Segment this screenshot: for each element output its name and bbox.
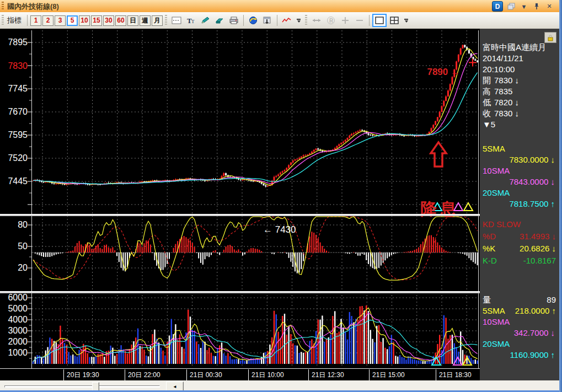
period-button-15[interactable]: 15 [91, 15, 102, 26]
volume-sma-value: 1160.9000 ↑ [483, 350, 556, 361]
volume-sma-row: 5SMA218.0000 ↑ [483, 305, 556, 316]
time-axis-label: 21日 10:00 [248, 369, 308, 380]
lock-button[interactable] [544, 32, 556, 43]
kd-title: KD SLOW [483, 218, 556, 230]
period-button-月[interactable]: 月 [152, 15, 163, 26]
toolbar: 指標 123510153060日週月 TTR [0, 12, 559, 29]
time-axis-label: 20日 19:30 [63, 369, 125, 380]
toolbar-grip-icon [305, 15, 307, 26]
price-axis-label: 7745 [1, 84, 28, 93]
period-button-週[interactable]: 週 [140, 15, 151, 26]
multi-pane-icon[interactable] [388, 14, 401, 26]
window-title: 國內外技術線(8) [7, 2, 59, 12]
single-pane-icon[interactable] [372, 14, 387, 27]
volume-block: 量 89 5SMA218.0000 ↑10SMA342.7000 ↓20SMA1… [483, 294, 556, 361]
period-button-3[interactable]: 3 [55, 15, 66, 26]
quote-date: 2014/11/21 [483, 53, 558, 64]
text-tool-icon[interactable]: TT [184, 14, 197, 26]
period-button-日[interactable]: 日 [127, 15, 138, 26]
volume-axis-label: 1000 [1, 348, 28, 357]
time-axis: 20日 19:3020日 22:0021日 00:3021日 10:0021日 … [0, 368, 480, 380]
period-button-5[interactable]: 5 [67, 15, 78, 26]
instrument-name: 富時中國A連續月 [483, 42, 558, 53]
pencil-icon[interactable] [199, 14, 212, 26]
price-axis-label: 7520 [1, 154, 28, 163]
toolbar-separator [243, 15, 244, 26]
period-button-60[interactable]: 60 [115, 15, 126, 26]
window-right-border [559, 0, 562, 392]
zoom-in-icon[interactable] [339, 14, 352, 26]
sma-label: 10SMA [483, 165, 556, 176]
price-axis-label: 7445 [1, 177, 28, 186]
printer-icon[interactable] [227, 14, 240, 26]
peak-price-annotation: 7890 → [415, 67, 460, 78]
quote-change: ▼5 [483, 119, 558, 130]
float-window-icon[interactable] [507, 2, 516, 11]
close-icon[interactable]: ✕ [545, 2, 554, 11]
app-d-icon: D [492, 1, 503, 12]
reset-r-icon[interactable]: R [324, 14, 338, 26]
ohlc-row: 高7835 [483, 86, 558, 97]
volume-sma-value: 342.7000 ↓ [483, 327, 556, 339]
chart-region: 7895783077457670759575207445805020600050… [0, 29, 480, 380]
ohlc-row: 低7820 ↓ [483, 97, 558, 108]
pin-icon[interactable] [532, 2, 541, 11]
volume-sma-label: 20SMA [483, 339, 556, 350]
zoom-out-icon[interactable] [353, 14, 366, 26]
volume-axis-label: 6000 [1, 293, 28, 302]
indicator-menu[interactable]: 指標 [7, 15, 22, 25]
period-button-10[interactable]: 10 [79, 15, 90, 26]
volume-axis-label: 4000 [1, 315, 28, 324]
time-axis-label: 21日 00:30 [186, 369, 248, 380]
kd-row: K-D-10.8167 [483, 255, 556, 267]
period-button-2[interactable]: 2 [42, 15, 53, 26]
refresh-globe-icon[interactable] [247, 14, 260, 26]
kd-row: %K20.6826 ↓ [483, 243, 556, 255]
dashed-line-icon[interactable] [170, 14, 183, 26]
time-axis-label: 21日 18:30 [436, 369, 479, 380]
period-button-30[interactable]: 30 [103, 15, 114, 26]
ohlc-row: 開7830 ↓ [483, 75, 558, 86]
price-sma-block: 5SMA7830.0000 ↓10SMA7843.0000 ↓20SMA7818… [483, 143, 556, 210]
sma-label: 20SMA [483, 187, 556, 198]
svg-text:R: R [329, 18, 334, 24]
toolbar-overflow-icon[interactable] [403, 14, 409, 26]
toolbar-grip-icon [2, 15, 4, 26]
kd-axis-label: 50 [1, 242, 28, 251]
volume-value: 89 [547, 294, 556, 305]
toolbar-grip-icon [165, 15, 167, 26]
kd-axis-label: 20 [1, 264, 28, 272]
trendline-icon[interactable] [280, 14, 293, 26]
quote-sidebar: 富時中國A連續月 2014/11/21 20:10:00 開7830 ↓高783… [480, 29, 559, 380]
panel-separator[interactable] [0, 291, 559, 293]
toolbar-separator [277, 15, 277, 26]
sma-value: 7818.7500 ↑ [483, 198, 556, 210]
chart-canvas[interactable] [0, 29, 480, 380]
price-axis-label: 7830 [1, 62, 28, 71]
volume-label: 量 [483, 294, 491, 305]
fit-width-icon[interactable] [310, 14, 323, 26]
scroll-track[interactable] [4, 385, 160, 388]
sma-value: 7830.0000 ↓ [483, 154, 556, 165]
panel-separator[interactable] [0, 214, 559, 216]
time-axis-label: 20日 22:00 [125, 369, 186, 380]
titlebar[interactable]: 國內外技術線(8) D ▼ ✕ [0, 0, 559, 13]
titlebar-grip-icon [2, 2, 4, 10]
rate-cut-annotation: 降息 [420, 198, 459, 221]
time-axis-label: 21日 12:30 [308, 369, 369, 380]
price-axis-label: 7670 [1, 108, 28, 116]
export-icon[interactable] [261, 14, 274, 26]
quote-block: 富時中國A連續月 2014/11/21 20:10:00 開7830 ↓高783… [483, 42, 558, 130]
eraser-icon[interactable] [213, 14, 226, 26]
svg-text:T: T [191, 19, 195, 24]
kd-axis-label: 80 [1, 221, 28, 229]
toolbar-separator [369, 15, 370, 26]
volume-sma-label: 10SMA [483, 316, 556, 327]
toolbar-overflow-icon[interactable] [296, 14, 302, 26]
time-axis-label: 21日 15:00 [369, 369, 436, 380]
toolbar-separator [27, 15, 28, 26]
period-button-1[interactable]: 1 [30, 15, 41, 26]
menu-chevron-icon[interactable]: ▼ [520, 2, 528, 11]
kd-row: %D31.4993 ↓ [483, 230, 556, 243]
kd-block: KD SLOW %D31.4993 ↓%K20.6826 ↓K-D-10.816… [483, 218, 556, 267]
